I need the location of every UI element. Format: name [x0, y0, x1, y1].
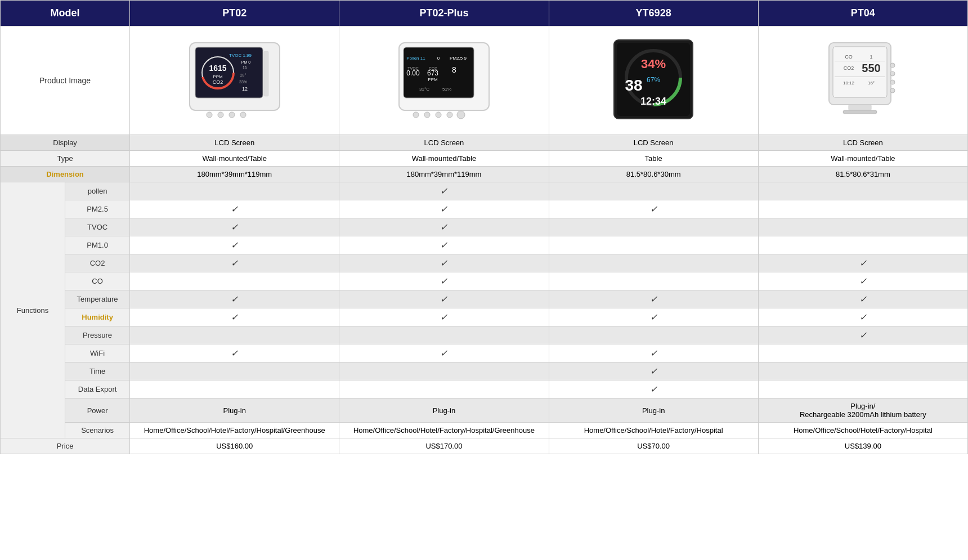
- price-row: Price US$160.00 US$170.00 US$70.00 US$13…: [1, 438, 968, 454]
- svg-text:PM 0: PM 0: [241, 60, 250, 64]
- pt02-image: 1615 PPM CO2 TVOC 1.99 PM 0 11 28° 33% 1…: [130, 26, 339, 135]
- svg-text:1615: 1615: [209, 64, 226, 73]
- display-v3: LCD Screen: [549, 135, 758, 151]
- pollen-v2-check: ✓: [440, 186, 447, 196]
- dimension-v4: 81.5*80.6*31mm: [758, 167, 967, 182]
- dimension-v3: 81.5*80.6*30mm: [549, 167, 758, 182]
- co2-v1-check: ✓: [231, 258, 238, 268]
- wifi-v1-check: ✓: [231, 348, 238, 358]
- type-v3: Table: [549, 151, 758, 167]
- pressure-label: Pressure: [65, 326, 130, 344]
- humidity-label: Humidity: [65, 308, 130, 326]
- hum-v1: ✓: [130, 308, 339, 326]
- svg-point-16: [229, 112, 235, 118]
- yt6928-image: 34% 67% 38 12:34: [549, 26, 758, 135]
- svg-point-57: [890, 71, 895, 76]
- dimension-row: Dimension 180mm*39mm*119mm 180mm*39mm*11…: [1, 167, 968, 182]
- price-v3: US$70.00: [549, 438, 758, 454]
- pm25-v2-check: ✓: [440, 204, 447, 214]
- svg-text:PPM: PPM: [428, 77, 438, 82]
- pressure-v1: [130, 326, 339, 344]
- svg-text:0: 0: [437, 56, 440, 61]
- power-label: Power: [65, 398, 130, 423]
- temp-v4-check: ✓: [859, 294, 867, 304]
- svg-text:67%: 67%: [647, 76, 660, 84]
- pt04-image: CO 1 CO2 550 10:12 16°: [758, 26, 967, 135]
- wifi-v2: ✓: [339, 344, 549, 362]
- svg-text:CO2: CO2: [212, 79, 223, 85]
- svg-point-31: [413, 112, 419, 118]
- hum-v4-check: ✓: [859, 312, 867, 322]
- pressure-v4-check: ✓: [859, 330, 867, 340]
- tvoc-v2: ✓: [339, 218, 549, 236]
- svg-text:PM2.5 9: PM2.5 9: [450, 56, 467, 61]
- svg-point-17: [240, 112, 246, 118]
- tvoc-v1-check: ✓: [231, 222, 238, 232]
- scenarios-v3: Home/Office/School/Hotel/Factory/Hospita…: [549, 423, 758, 438]
- pm10-v2-check: ✓: [440, 240, 447, 250]
- temp-v1: ✓: [130, 290, 339, 308]
- yt6928-header: YT6928: [549, 1, 758, 26]
- yt6928-image-container: 34% 67% 38 12:34: [552, 30, 756, 131]
- type-v4: Wall-mounted/Table: [758, 151, 967, 167]
- co2-v4: ✓: [758, 254, 967, 272]
- scenarios-v2: Home/Office/School/Hotel/Factory/Hospita…: [339, 423, 549, 438]
- function-row-1: PM2.5 ✓ ✓ ✓: [1, 200, 968, 218]
- temp-v1-check: ✓: [231, 294, 238, 304]
- svg-point-56: [890, 63, 895, 68]
- wifi-v3-check: ✓: [650, 348, 657, 358]
- pt04-image-container: CO 1 CO2 550 10:12 16°: [761, 30, 965, 131]
- co-v2: ✓: [339, 272, 549, 290]
- svg-point-34: [447, 112, 452, 118]
- function-row-4: CO2 ✓ ✓ ✓: [1, 254, 968, 272]
- svg-text:31°C: 31°C: [419, 87, 429, 92]
- co2-v3: [549, 254, 758, 272]
- function-row-2: TVOC ✓ ✓: [1, 218, 968, 236]
- time-v3-check: ✓: [650, 366, 657, 376]
- function-row-6: Temperature ✓ ✓ ✓ ✓: [1, 290, 968, 308]
- svg-rect-55: [843, 110, 877, 114]
- svg-point-15: [218, 112, 223, 118]
- time-v3: ✓: [549, 362, 758, 380]
- svg-text:8: 8: [452, 65, 456, 74]
- display-v4: LCD Screen: [758, 135, 967, 151]
- svg-point-58: [890, 80, 895, 84]
- pt02plus-device-svg: Pollen 11 0 PM2.5 9 TVOC 0.00 CO2 673 PP…: [393, 37, 495, 124]
- pm25-label: PM2.5: [65, 200, 130, 218]
- svg-text:12: 12: [242, 86, 248, 92]
- svg-text:TVOC 1.99: TVOC 1.99: [229, 53, 252, 58]
- pollen-v2: ✓: [339, 182, 549, 200]
- svg-text:Pollen 11: Pollen 11: [406, 56, 425, 61]
- svg-text:0.00: 0.00: [406, 69, 420, 77]
- tvoc-label: TVOC: [65, 218, 130, 236]
- function-row-12: Power Plug-in Plug-in Plug-in Plug-in/Re…: [1, 398, 968, 423]
- display-v2: LCD Screen: [339, 135, 549, 151]
- tvoc-v1: ✓: [130, 218, 339, 236]
- co-label: CO: [65, 272, 130, 290]
- svg-text:12:34: 12:34: [640, 96, 666, 107]
- power-v4: Plug-in/Rechargeable 3200mAh lithium bat…: [758, 398, 967, 423]
- svg-text:11: 11: [243, 66, 247, 70]
- pt02-device-svg: 1615 PPM CO2 TVOC 1.99 PM 0 11 28° 33% 1…: [184, 37, 285, 124]
- function-row-7: Humidity ✓ ✓ ✓ ✓: [1, 308, 968, 326]
- wifi-v4: [758, 344, 967, 362]
- svg-rect-51: [835, 77, 885, 77]
- power-v3: Plug-in: [549, 398, 758, 423]
- pollen-v1: [130, 182, 339, 200]
- wifi-v1: ✓: [130, 344, 339, 362]
- dimension-v2: 180mm*39mm*119mm: [339, 167, 549, 182]
- co2-v2: ✓: [339, 254, 549, 272]
- price-label: Price: [1, 438, 130, 454]
- pm10-v1-check: ✓: [231, 240, 238, 250]
- pm10-label: PM1.0: [65, 236, 130, 254]
- function-row-3: PM1.0 ✓ ✓: [1, 236, 968, 254]
- scenarios-v1: Home/Office/School/Hotel/Factory/Hospita…: [130, 423, 339, 438]
- time-label: Time: [65, 362, 130, 380]
- type-row: Type Wall-mounted/Table Wall-mounted/Tab…: [1, 151, 968, 167]
- svg-text:CO: CO: [845, 54, 853, 60]
- pt04-device-svg: CO 1 CO2 550 10:12 16°: [818, 37, 908, 124]
- svg-text:28°: 28°: [240, 73, 246, 77]
- dataexport-label: Data Export: [65, 380, 130, 398]
- pt04-header: PT04: [758, 1, 967, 26]
- co2-label: CO2: [65, 254, 130, 272]
